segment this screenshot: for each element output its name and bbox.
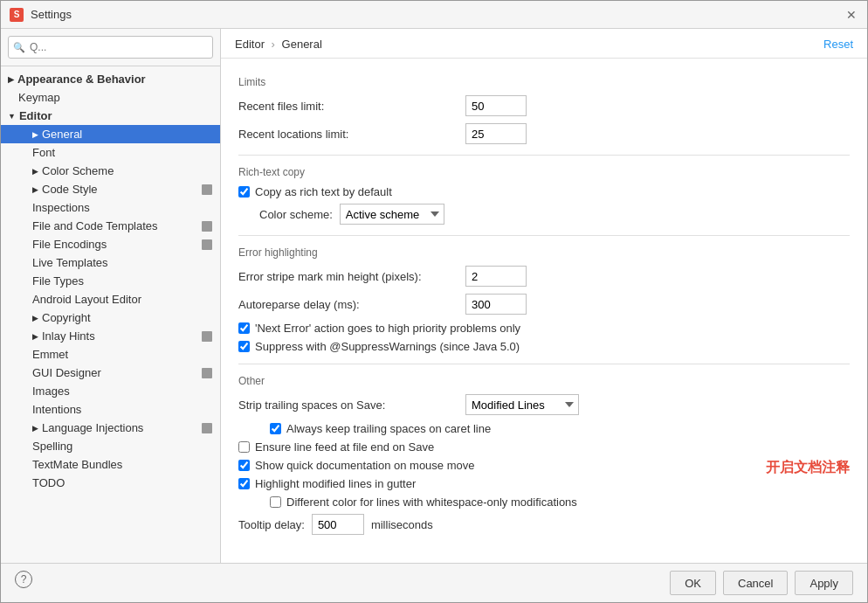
sidebar-item-label: General bbox=[42, 128, 82, 141]
sidebar-item-label: Copyright bbox=[42, 311, 91, 324]
different-color-checkbox[interactable] bbox=[270, 496, 281, 508]
sidebar-item-live-templates[interactable]: Live Templates bbox=[1, 253, 220, 272]
error-stripe-row: Error stripe mark min height (pixels): bbox=[238, 266, 850, 287]
sidebar-item-images[interactable]: Images bbox=[1, 382, 220, 400]
highlight-modified-row: Highlight modified lines in gutter bbox=[238, 477, 850, 490]
badge bbox=[201, 239, 213, 251]
error-stripe-input[interactable] bbox=[465, 266, 527, 287]
settings-badge-icon bbox=[202, 221, 212, 232]
sidebar-item-label: Font bbox=[32, 146, 55, 159]
badge bbox=[201, 330, 213, 343]
sidebar-item-inlay-hints[interactable]: ▶ Inlay Hints bbox=[1, 327, 220, 345]
limits-section-label: Limits bbox=[238, 76, 850, 88]
copy-rich-text-checkbox[interactable] bbox=[238, 186, 250, 198]
badge bbox=[201, 220, 213, 232]
sidebar-item-inspections[interactable]: Inspections bbox=[1, 198, 220, 217]
divider bbox=[238, 155, 850, 156]
chevron-right-icon: ▶ bbox=[32, 185, 38, 194]
sidebar-item-label: Android Layout Editor bbox=[32, 293, 141, 306]
suppress-warnings-row: Suppress with @SuppressWarnings (since J… bbox=[238, 340, 850, 353]
sidebar-item-copyright[interactable]: ▶ Copyright bbox=[1, 308, 220, 327]
different-color-row: Different color for lines with whitespac… bbox=[238, 496, 850, 509]
reset-button[interactable]: Reset bbox=[823, 38, 853, 51]
search-box: 🔍 bbox=[1, 29, 220, 66]
badge bbox=[201, 184, 213, 196]
autoreparse-input[interactable] bbox=[465, 294, 527, 315]
highlight-modified-checkbox[interactable] bbox=[238, 478, 250, 489]
breadcrumb-separator: › bbox=[272, 38, 275, 51]
sidebar-item-todo[interactable]: TODO bbox=[1, 474, 220, 492]
close-button[interactable]: ✕ bbox=[844, 8, 858, 22]
ok-button[interactable]: OK bbox=[670, 571, 716, 595]
badge bbox=[201, 367, 213, 379]
copy-rich-text-row: Copy as rich text by default bbox=[238, 185, 850, 198]
sidebar-item-label: Keymap bbox=[18, 91, 60, 104]
highlight-modified-label: Highlight modified lines in gutter bbox=[255, 477, 416, 490]
sidebar-item-textmate[interactable]: TextMate Bundles bbox=[1, 455, 220, 474]
always-keep-trailing-label: Always keep trailing spaces on caret lin… bbox=[286, 422, 491, 435]
recent-locations-label: Recent locations limit: bbox=[238, 128, 465, 141]
sidebar: 🔍 ▶ Appearance & Behavior Keymap ▼ Edito… bbox=[1, 29, 221, 563]
content-area: 🔍 ▶ Appearance & Behavior Keymap ▼ Edito… bbox=[1, 29, 867, 563]
show-quick-doc-label: Show quick documentation on mouse move bbox=[255, 459, 474, 472]
nav-tree: ▶ Appearance & Behavior Keymap ▼ Editor … bbox=[1, 66, 220, 563]
ensure-line-feed-row: Ensure line feed at file end on Save bbox=[238, 440, 850, 454]
chinese-annotation: 开启文档注释 bbox=[766, 459, 850, 477]
tooltip-input[interactable] bbox=[312, 514, 364, 535]
chevron-right-icon: ▶ bbox=[32, 130, 38, 139]
other-section-label: Other bbox=[238, 375, 850, 387]
sidebar-item-label: Language Injections bbox=[42, 421, 143, 434]
sidebar-item-emmet[interactable]: Emmet bbox=[1, 345, 220, 364]
strip-trailing-select[interactable]: Modified Lines All None bbox=[465, 394, 579, 415]
settings-badge-icon bbox=[202, 368, 212, 378]
error-highlighting-section-label: Error highlighting bbox=[238, 246, 850, 259]
different-color-label: Different color for lines with whitespac… bbox=[286, 496, 577, 509]
suppress-warnings-checkbox[interactable] bbox=[238, 341, 250, 352]
ensure-line-feed-checkbox[interactable] bbox=[238, 441, 250, 453]
tooltip-row: Tooltip delay: milliseconds bbox=[238, 514, 850, 535]
sidebar-item-label: Code Style bbox=[42, 183, 98, 196]
settings-badge-icon bbox=[202, 423, 212, 433]
sidebar-item-language-injections[interactable]: ▶ Language Injections bbox=[1, 419, 220, 437]
color-scheme-label: Color scheme: bbox=[259, 208, 333, 221]
chevron-right-icon: ▶ bbox=[32, 314, 38, 322]
apply-button[interactable]: Apply bbox=[795, 571, 853, 595]
help-button[interactable]: ? bbox=[15, 571, 32, 588]
sidebar-item-label: Appearance & Behavior bbox=[17, 73, 146, 86]
sidebar-item-code-style[interactable]: ▶ Code Style bbox=[1, 180, 220, 198]
sidebar-item-intentions[interactable]: Intentions bbox=[1, 400, 220, 419]
recent-files-input[interactable] bbox=[465, 95, 527, 116]
next-error-checkbox[interactable] bbox=[238, 322, 250, 334]
cancel-button[interactable]: Cancel bbox=[723, 571, 788, 595]
breadcrumb: Editor › General bbox=[235, 38, 322, 51]
always-keep-trailing-checkbox[interactable] bbox=[270, 423, 281, 434]
sidebar-item-file-code-templates[interactable]: File and Code Templates bbox=[1, 217, 220, 235]
autoreparse-label: Autoreparse delay (ms): bbox=[238, 298, 465, 311]
sidebar-item-file-encodings[interactable]: File Encodings bbox=[1, 235, 220, 253]
sidebar-item-appearance[interactable]: ▶ Appearance & Behavior bbox=[1, 70, 220, 88]
sidebar-item-label: Inlay Hints bbox=[42, 329, 95, 343]
chevron-right-icon: ▶ bbox=[32, 424, 38, 433]
chevron-right-icon: ▶ bbox=[8, 75, 14, 84]
sidebar-item-gui-designer[interactable]: GUI Designer bbox=[1, 364, 220, 382]
sidebar-item-font[interactable]: Font bbox=[1, 143, 220, 162]
color-scheme-select[interactable]: Active scheme Default Darcula bbox=[340, 204, 444, 225]
badge bbox=[201, 422, 213, 434]
search-input[interactable] bbox=[8, 36, 213, 59]
sidebar-item-keymap[interactable]: Keymap bbox=[1, 88, 220, 107]
chevron-right-icon: ▶ bbox=[32, 332, 38, 341]
window-title: Settings bbox=[31, 8, 844, 21]
show-quick-doc-checkbox[interactable] bbox=[238, 460, 250, 471]
sidebar-item-spelling[interactable]: Spelling bbox=[1, 437, 220, 455]
recent-locations-input[interactable] bbox=[465, 123, 527, 144]
search-icon: 🔍 bbox=[13, 42, 25, 53]
sidebar-item-editor[interactable]: ▼ Editor bbox=[1, 107, 220, 125]
divider bbox=[238, 235, 850, 236]
sidebar-item-file-types[interactable]: File Types bbox=[1, 272, 220, 290]
sidebar-item-label: Inspections bbox=[32, 201, 90, 214]
settings-window: S Settings ✕ 🔍 ▶ Appearance & Behavior K… bbox=[0, 0, 868, 603]
sidebar-item-color-scheme[interactable]: ▶ Color Scheme bbox=[1, 162, 220, 180]
sidebar-item-general[interactable]: ▶ General bbox=[1, 125, 220, 143]
sidebar-item-android-layout[interactable]: Android Layout Editor bbox=[1, 290, 220, 308]
color-scheme-row: Color scheme: Active scheme Default Darc… bbox=[238, 204, 850, 225]
